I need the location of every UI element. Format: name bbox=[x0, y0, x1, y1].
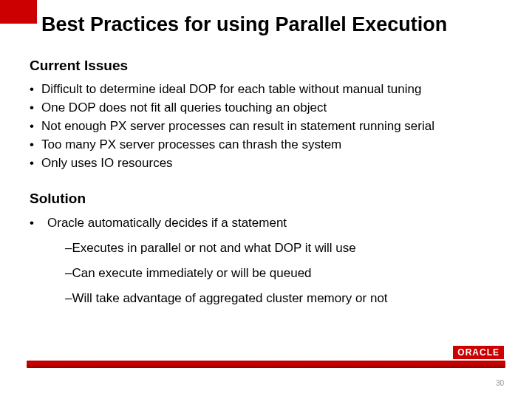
issue-item: Too many PX server processes can thrash … bbox=[30, 137, 517, 154]
issue-item: Only uses IO resources bbox=[30, 155, 517, 172]
issue-item: Difficult to determine ideal DOP for eac… bbox=[30, 81, 517, 98]
solution-lead: Oracle automatically decides if a statem… bbox=[30, 216, 517, 231]
oracle-logo-text: ORACLE bbox=[453, 346, 504, 359]
solution-sub: –Will take advantage of aggregated clust… bbox=[65, 291, 517, 306]
page-number: 30 bbox=[496, 379, 504, 387]
solution-sub: –Executes in parallel or not and what DO… bbox=[65, 241, 517, 256]
brand-block bbox=[0, 0, 37, 24]
footer-bar bbox=[27, 361, 505, 368]
solution-sub: –Can execute immediately or will be queu… bbox=[65, 266, 517, 281]
oracle-logo: ORACLE bbox=[453, 346, 504, 359]
issues-heading: Current Issues bbox=[30, 58, 128, 74]
solution-block: Oracle automatically decides if a statem… bbox=[30, 216, 517, 306]
slide-title: Best Practices for using Parallel Execut… bbox=[41, 13, 447, 36]
issues-list: Difficult to determine ideal DOP for eac… bbox=[30, 81, 517, 174]
solution-heading: Solution bbox=[30, 191, 86, 207]
issue-item: Not enough PX server processes can resul… bbox=[30, 118, 517, 135]
issue-item: One DOP does not fit all queries touchin… bbox=[30, 100, 517, 117]
slide: Best Practices for using Parallel Execut… bbox=[0, 0, 532, 399]
